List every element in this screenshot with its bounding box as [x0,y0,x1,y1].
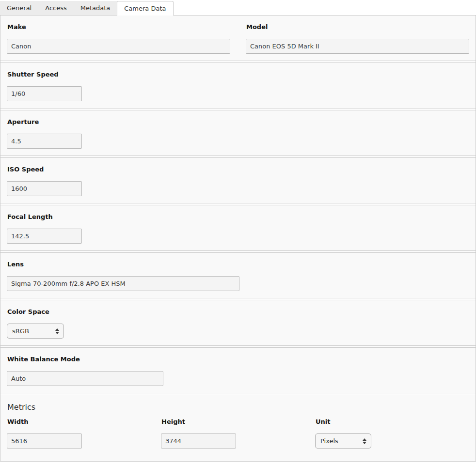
shutter-speed-label: Shutter Speed [7,71,469,77]
lens-input[interactable] [7,276,239,291]
focal-length-label: Focal Length [7,214,469,220]
color-space-selected-value: sRGB [12,327,29,335]
tab-general[interactable]: General [0,1,38,15]
width-label: Width [7,418,161,425]
iso-speed-label: ISO Speed [7,166,469,172]
model-input[interactable] [246,39,469,54]
make-label: Make [7,24,230,30]
select-arrows-icon [55,328,59,334]
section-iso-speed: ISO Speed [0,158,476,203]
unit-label: Unit [316,418,469,425]
unit-select[interactable]: Pixels [315,433,371,449]
unit-selected-value: Pixels [320,437,338,445]
section-aperture: Aperture [0,110,476,155]
lens-label: Lens [7,261,469,267]
camera-data-panel: Make Model Shutter Speed Aperture ISO Sp… [0,15,476,462]
section-make-model: Make Model [0,15,476,61]
aperture-label: Aperture [7,119,469,125]
color-space-select[interactable]: sRGB [7,324,64,339]
shutter-speed-input[interactable] [7,86,82,101]
make-input[interactable] [7,39,230,54]
white-balance-input[interactable] [7,371,163,386]
tab-camera-data[interactable]: Camera Data [117,1,173,15]
tab-bar: General Access Metadata Camera Data [0,0,476,15]
section-shutter-speed: Shutter Speed [0,63,476,108]
section-focal-length: Focal Length [0,205,476,250]
tab-access[interactable]: Access [38,1,74,15]
model-label: Model [246,24,469,30]
focal-length-input[interactable] [7,229,82,244]
width-input[interactable] [7,433,82,449]
iso-speed-input[interactable] [7,181,82,196]
section-white-balance: White Balance Mode [0,348,476,393]
select-arrows-icon [363,438,366,444]
height-label: Height [161,418,315,425]
section-lens: Lens [0,253,476,298]
metrics-heading: Metrics [7,403,469,412]
section-color-space: Color Space sRGB [0,300,476,345]
section-metrics: Metrics Width Height Unit Pixels [0,395,476,461]
color-space-label: Color Space [7,309,469,315]
aperture-input[interactable] [7,134,82,149]
white-balance-label: White Balance Mode [7,356,469,362]
tab-metadata[interactable]: Metadata [74,1,117,15]
height-input[interactable] [161,433,236,449]
